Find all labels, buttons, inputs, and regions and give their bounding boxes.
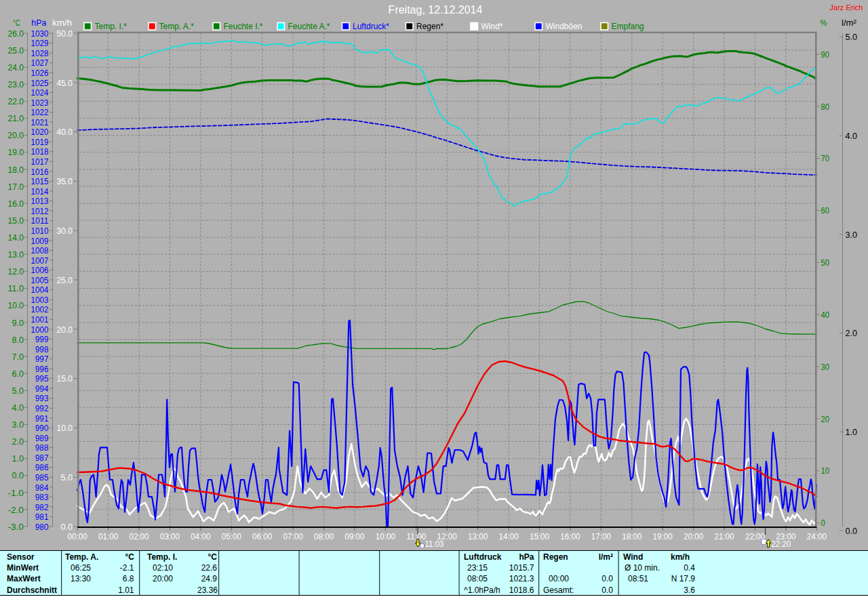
svg-text:1028: 1028 — [31, 48, 49, 58]
svg-text:-3.0: -3.0 — [7, 522, 24, 532]
svg-text:987: 987 — [35, 453, 49, 463]
svg-text:03:00: 03:00 — [160, 531, 180, 541]
svg-text:10: 10 — [821, 466, 830, 476]
svg-text:40: 40 — [821, 310, 830, 320]
svg-text:11:00: 11:00 — [406, 531, 426, 541]
svg-text:1001: 1001 — [31, 314, 49, 325]
svg-text:1011: 1011 — [31, 215, 49, 226]
svg-text:986: 986 — [35, 462, 49, 472]
svg-text:20.0: 20.0 — [7, 130, 24, 140]
svg-text:15.0: 15.0 — [56, 373, 73, 384]
svg-text:4.0: 4.0 — [12, 403, 24, 413]
svg-text:981: 981 — [35, 512, 49, 522]
svg-text:20: 20 — [821, 414, 830, 424]
svg-text:20.0: 20.0 — [56, 325, 73, 335]
svg-text:21.0: 21.0 — [7, 113, 24, 123]
svg-text:80: 80 — [821, 102, 830, 112]
svg-text:4.0: 4.0 — [846, 131, 858, 141]
svg-text:1004: 1004 — [31, 285, 49, 295]
svg-text:1019: 1019 — [31, 137, 49, 147]
svg-text:22.0: 22.0 — [7, 96, 24, 106]
svg-text:00:00: 00:00 — [68, 531, 87, 541]
svg-text:19:00: 19:00 — [653, 531, 673, 541]
svg-text:1022: 1022 — [31, 107, 49, 117]
svg-text:60: 60 — [821, 205, 830, 215]
svg-text:11:03: 11:03 — [425, 539, 444, 549]
svg-text:°C: °C — [13, 18, 20, 28]
svg-text:985: 985 — [35, 472, 49, 482]
svg-text:980: 980 — [35, 522, 49, 532]
svg-text:1016: 1016 — [31, 167, 49, 177]
svg-text:993: 993 — [35, 393, 49, 403]
svg-text:1012: 1012 — [31, 206, 49, 216]
svg-text:1026: 1026 — [31, 68, 49, 78]
svg-text:8.0: 8.0 — [12, 335, 24, 345]
svg-text:06:00: 06:00 — [252, 531, 272, 541]
svg-text:10.0: 10.0 — [56, 423, 73, 433]
svg-text:15.0: 15.0 — [7, 215, 24, 226]
svg-text:10.0: 10.0 — [7, 300, 24, 310]
svg-text:24:00: 24:00 — [807, 531, 827, 541]
svg-text:16:00: 16:00 — [560, 531, 580, 541]
svg-text:l/m²: l/m² — [842, 18, 857, 28]
svg-text:0.0: 0.0 — [60, 522, 73, 532]
svg-text:-2.0: -2.0 — [7, 505, 24, 515]
svg-text:30: 30 — [821, 362, 830, 372]
svg-text:5.0: 5.0 — [12, 386, 24, 396]
svg-text:994: 994 — [35, 384, 49, 394]
svg-text:10:00: 10:00 — [376, 531, 395, 541]
svg-text:1006: 1006 — [31, 265, 49, 275]
svg-text:16.0: 16.0 — [7, 199, 24, 209]
svg-text:13.0: 13.0 — [7, 249, 24, 260]
svg-text:08:00: 08:00 — [314, 531, 334, 541]
svg-text:2.0: 2.0 — [12, 436, 24, 447]
svg-text:05:00: 05:00 — [222, 531, 241, 541]
svg-text:995: 995 — [35, 373, 49, 384]
svg-text:988: 988 — [35, 442, 49, 453]
svg-text:35.0: 35.0 — [56, 176, 73, 186]
svg-text:990: 990 — [35, 423, 49, 433]
svg-text:50: 50 — [821, 258, 830, 268]
svg-text:1023: 1023 — [31, 98, 49, 108]
svg-text:996: 996 — [35, 364, 49, 374]
svg-text:18.0: 18.0 — [7, 165, 24, 175]
svg-text:1007: 1007 — [31, 255, 49, 266]
svg-text:1010: 1010 — [31, 226, 49, 236]
svg-text:-1.0: -1.0 — [7, 488, 24, 498]
svg-text:1030: 1030 — [31, 28, 49, 39]
svg-text:17.0: 17.0 — [7, 182, 24, 192]
svg-text:999: 999 — [35, 334, 49, 344]
svg-text:3.0: 3.0 — [12, 419, 24, 430]
svg-text:24.0: 24.0 — [7, 62, 24, 73]
svg-text:17:00: 17:00 — [591, 531, 611, 541]
svg-text:1020: 1020 — [31, 127, 49, 137]
svg-text:1015: 1015 — [31, 176, 49, 186]
svg-text:0: 0 — [821, 518, 825, 528]
svg-text:1005: 1005 — [31, 275, 49, 285]
svg-text:07:00: 07:00 — [283, 531, 303, 541]
svg-text:984: 984 — [35, 482, 49, 493]
svg-text:26.0: 26.0 — [7, 28, 24, 39]
svg-text:2.0: 2.0 — [846, 328, 858, 338]
svg-text:5.0: 5.0 — [60, 472, 73, 482]
svg-text:1000: 1000 — [31, 325, 49, 335]
svg-text:982: 982 — [35, 502, 49, 512]
svg-text:1029: 1029 — [31, 38, 49, 48]
svg-text:1027: 1027 — [31, 58, 49, 68]
svg-text:1008: 1008 — [31, 245, 49, 255]
svg-text:1002: 1002 — [31, 304, 49, 314]
svg-text:70: 70 — [821, 153, 830, 163]
svg-text:3.0: 3.0 — [846, 230, 858, 240]
svg-text:22:20: 22:20 — [772, 539, 791, 549]
svg-text:19.0: 19.0 — [7, 147, 24, 157]
svg-text:1013: 1013 — [31, 196, 49, 206]
svg-text:989: 989 — [35, 433, 49, 443]
svg-text:14.0: 14.0 — [7, 232, 24, 243]
svg-text:998: 998 — [35, 344, 49, 354]
svg-text:12.0: 12.0 — [7, 266, 24, 276]
svg-text:21:00: 21:00 — [714, 531, 734, 541]
svg-text:997: 997 — [35, 354, 49, 364]
svg-text:983: 983 — [35, 492, 49, 502]
svg-text:km/h: km/h — [52, 18, 72, 28]
svg-text:1.0: 1.0 — [846, 427, 858, 437]
